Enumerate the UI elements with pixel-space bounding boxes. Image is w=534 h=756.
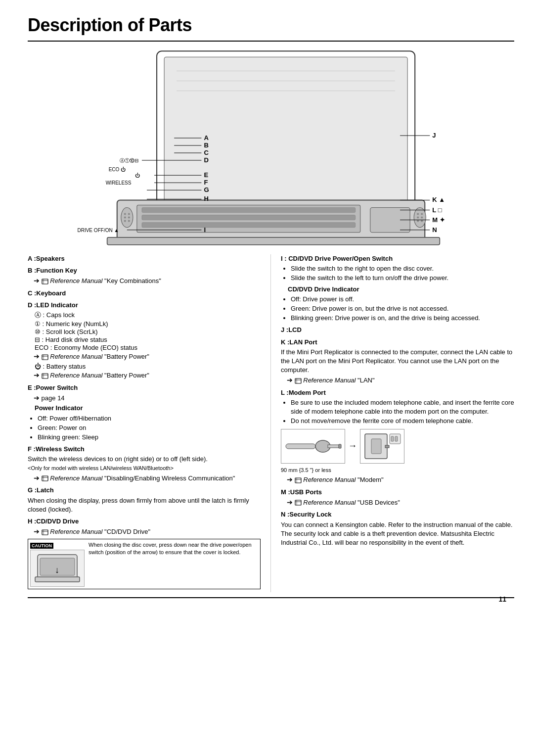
section-b-title: B :Function Key <box>28 267 77 274</box>
section-g: G :Latch When closing the display, press… <box>28 486 261 514</box>
section-i: I : CD/DVD Drive Power/Open Switch Slide… <box>281 254 514 323</box>
i-sub-title: CD/DVD Drive Indicator <box>288 285 514 294</box>
section-l: L :Modem Port Be sure to use the include… <box>281 388 514 485</box>
section-d-title: D :LED Indicator <box>28 301 78 309</box>
modem-note: 90 mm {3.5 "} or less <box>281 467 514 474</box>
svg-point-11 <box>121 208 133 228</box>
section-h-title: H :CD/DVD Drive <box>28 518 79 525</box>
section-f: F :Wireless Switch Switch the wireless d… <box>28 445 261 483</box>
page-title: Description of Parts <box>28 15 514 36</box>
modem-img-left <box>281 429 345 464</box>
e-sub-title: Power Indicator <box>35 404 261 413</box>
svg-text:L □: L □ <box>432 206 442 214</box>
svg-rect-75 <box>35 577 80 582</box>
svg-text:M ✦: M ✦ <box>432 216 445 224</box>
svg-text:K ▲: K ▲ <box>432 196 445 203</box>
h-ref: ➔ Reference Manual "CD/DVD Drive" <box>34 527 261 537</box>
d-item-numlk: ① : Numeric key (NumLk) <box>35 320 261 328</box>
svg-rect-9 <box>142 223 356 228</box>
section-l-title: L :Modem Port <box>281 389 326 396</box>
section-h: H :CD/DVD Drive ➔ Reference Manual "CD/D… <box>28 517 261 589</box>
page-number: 11 <box>498 595 506 603</box>
arrow-icon: → <box>348 441 357 451</box>
caution-label: CAUTION <box>30 543 53 549</box>
svg-text:G: G <box>204 186 209 193</box>
d-ref2: ➔ Reference Manual "Battery Power" <box>34 371 261 380</box>
svg-point-12 <box>124 213 126 215</box>
svg-rect-65 <box>42 374 48 378</box>
svg-rect-78 <box>295 378 301 383</box>
svg-point-13 <box>128 213 130 215</box>
section-b: B :Function Key ➔ Reference Manual "Key … <box>28 266 261 286</box>
svg-rect-90 <box>395 436 398 441</box>
svg-point-21 <box>417 217 419 219</box>
svg-rect-62 <box>42 355 48 360</box>
svg-rect-1 <box>164 57 407 203</box>
content-area: A :Speakers B :Function Key ➔ Reference … <box>28 254 514 592</box>
section-f-title: F :Wireless Switch <box>28 445 85 453</box>
d-item-caps: Ⓐ : Caps lock <box>35 311 261 320</box>
svg-rect-68 <box>42 476 48 481</box>
svg-text:⏻: ⏻ <box>135 173 140 178</box>
svg-text:A: A <box>204 134 209 142</box>
l-item1: Be sure to use the included modem teleph… <box>291 398 514 416</box>
caution-text: When closing the disc cover, press down … <box>89 541 258 557</box>
i-item1: Slide the switch to the right to open th… <box>291 264 514 273</box>
svg-rect-81 <box>286 444 315 449</box>
svg-rect-25 <box>107 237 440 245</box>
svg-rect-7 <box>142 208 356 213</box>
e-item3: Blinking green: Sleep <box>38 433 261 442</box>
svg-point-24 <box>421 220 423 222</box>
svg-rect-87 <box>385 445 389 448</box>
svg-text:J: J <box>432 132 436 139</box>
svg-point-16 <box>124 220 126 222</box>
section-a: A :Speakers <box>28 254 261 263</box>
e-pageref: ➔ page 14 <box>34 393 261 403</box>
l-item2: Do not move/remove the ferrite core of m… <box>291 417 514 425</box>
svg-point-20 <box>421 213 423 215</box>
section-c: C :Keyboard <box>28 289 261 298</box>
svg-text:DRIVE OFF/ON ▲: DRIVE OFF/ON ▲ <box>77 228 119 233</box>
left-column: A :Speakers B :Function Key ➔ Reference … <box>28 254 271 592</box>
section-e: E :Power Switch ➔ page 14 Power Indicato… <box>28 383 261 442</box>
d-item-battery: ⏻ : Battery status <box>35 363 261 370</box>
section-j: J :LCD <box>281 326 514 334</box>
section-k: K :LAN Port If the Mini Port Replicator … <box>281 338 514 385</box>
e-indicator-list: Off: Power off/Hibernation Green: Power … <box>38 414 261 442</box>
g-text: When closing the display, press down fir… <box>28 496 261 514</box>
svg-rect-59 <box>42 279 48 284</box>
svg-text:C: C <box>204 149 209 156</box>
f-note: <Only for model with wireless LAN/wirele… <box>28 465 261 472</box>
svg-text:E: E <box>204 171 208 179</box>
svg-rect-71 <box>42 530 48 535</box>
section-j-title: J :LCD <box>281 326 302 333</box>
section-i-title: I : CD/DVD Drive Power/Open Switch <box>281 255 393 262</box>
modem-diagram-row: → <box>281 429 514 464</box>
svg-text:H: H <box>204 195 208 202</box>
section-g-title: G :Latch <box>28 486 54 494</box>
svg-point-14 <box>124 217 126 219</box>
modem-img-right <box>360 429 404 464</box>
svg-point-15 <box>128 217 130 219</box>
svg-text:Ⓐ①⑩⊟: Ⓐ①⑩⊟ <box>120 158 138 163</box>
svg-text:N: N <box>432 226 437 234</box>
svg-text:F: F <box>204 179 208 186</box>
section-n: N :Security Lock You can connect a Kensi… <box>281 510 514 547</box>
i-item2: Slide the switch to the left to turn on/… <box>291 274 514 283</box>
svg-text:WIRELESS: WIRELESS <box>106 180 132 186</box>
d-item-hdd: ⊟ : Hard disk drive status <box>35 336 261 343</box>
k-text: If the Mini Port Replicator is connected… <box>281 348 514 375</box>
l-ref: ➔ Reference Manual "Modem" <box>287 475 514 485</box>
section-k-title: K :LAN Port <box>281 338 317 346</box>
svg-rect-86 <box>371 439 381 454</box>
d-item-scrlk: ⑩ : Scroll lock (ScrLk) <box>35 328 261 335</box>
f-text: Switch the wireless devices to on (right… <box>28 455 261 464</box>
m-ref: ➔ Reference Manual "USB Devices" <box>287 498 514 508</box>
section-a-title: A :Speakers <box>28 255 65 262</box>
i-indicator-list: Off: Drive power is off. Green: Drive po… <box>291 295 514 323</box>
i-list: Slide the switch to the right to open th… <box>291 264 514 283</box>
section-m-title: M :USB Ports <box>281 488 322 496</box>
i-ind3: Blinking green: Drive power is on, and t… <box>291 314 514 323</box>
caution-box: CAUTION ↓ <box>28 539 261 589</box>
bottom-divider <box>28 597 514 598</box>
